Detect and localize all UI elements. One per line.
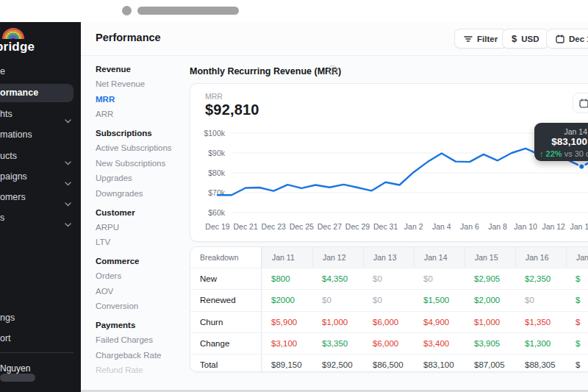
sidebar-item-label: mations [0,129,32,140]
app-logo[interactable]: bridge [0,26,81,60]
metrics-nav: RevenueNet RevenueMRRARRSubscriptionsAct… [96,65,185,385]
sidebar-item-label: s [0,213,4,223]
date-picker-button[interactable]: Dec 17 [546,29,588,49]
page-title: Performance [96,32,161,43]
filter-button[interactable]: Filter [454,29,507,49]
tooltip-delta: ↑ 22% vs 30 days [539,149,588,158]
metrics-nav-section: CustomerARPULTV [96,208,185,247]
sidebar-item[interactable]: omers [0,188,81,206]
table-header-date: Jan 14 [414,247,465,268]
sidebar-item[interactable]: mations [0,126,81,143]
metrics-nav-item[interactable]: Active Subscriptions [96,143,185,152]
table-cell: $3,350 [312,333,363,354]
filter-icon [464,35,473,43]
table-cell: $2,350 [515,268,566,289]
table-row[interactable]: Total$89,150$92,500$86,500$83,100$87,005… [190,354,588,372]
app-sidebar: bridge eormancehtsmationsuctspaignsomers… [0,22,81,392]
sidebar-item-label: e [0,66,5,76]
metric-label: MRR [205,92,223,101]
table-row[interactable]: Renewed$2000$0$0$1,500$2,000$0$ [190,289,588,310]
table-cell: $1,000 [465,312,515,332]
currency-button[interactable]: $ USD [502,29,549,49]
table-row-label: New [190,268,262,289]
table-cell: $0 [363,290,414,310]
table-cell: $4,900 [414,312,465,332]
chevron-down-icon [65,182,71,186]
chevron-down-icon [65,119,71,124]
arrow-up-icon: ↑ [539,149,544,158]
metrics-nav-item[interactable]: Net Revenue [96,79,185,88]
svg-text:$60k: $60k [208,208,226,217]
table-header-date: Jan 17 [566,247,588,268]
table-cell: $4,350 [312,268,363,289]
table-cell: $6,000 [363,333,414,354]
table-cell: $0 [312,290,363,310]
sidebar-item[interactable]: s [0,209,81,227]
metrics-nav-item[interactable]: Refund Rate [96,366,185,374]
metrics-nav-item[interactable]: ARR [96,110,185,118]
mrr-line-chart[interactable]: $100k$90k$80k$70k$60k [190,124,588,235]
table-cell: $ [566,354,588,372]
table-header-row: BreakdownJan 11Jan 12Jan 13Jan 14Jan 15J… [190,247,588,268]
table-cell: $2000 [262,290,312,310]
table-cell: $ [566,312,588,332]
metrics-nav-item[interactable]: Upgrades [96,174,185,182]
table-cell: $92,500 [312,354,363,372]
table-header-breakdown: Breakdown [190,247,262,268]
metrics-nav-item[interactable]: Chargeback Rate [96,351,185,360]
logo-text: bridge [0,40,35,54]
sidebar-item[interactable]: e [0,63,81,80]
table-cell: $1,350 [515,312,566,332]
table-row[interactable]: Churn$5,900$1,000$6,000$4,900$1,000$1,35… [190,311,588,332]
breakdown-table: BreakdownJan 11Jan 12Jan 13Jan 14Jan 15J… [190,246,588,372]
metrics-nav-item[interactable]: Downgrades [96,189,185,198]
svg-text:$90k: $90k [208,149,226,157]
metrics-nav-section: SubscriptionsActive SubscriptionsNew Sub… [96,129,185,198]
table-cell: $3,100 [262,333,312,354]
metrics-nav-item[interactable]: Failed Charges [96,335,185,344]
table-cell: $88,305 [515,354,566,372]
sidebar-footer-item[interactable]: ort [0,329,81,347]
sidebar-item[interactable]: ormance [0,84,74,102]
tooltip-date: Jan 14 [564,127,587,136]
metrics-nav-section-title: Subscriptions [96,129,185,138]
table-cell: $ [566,268,588,289]
table-row[interactable]: New$800$4,350$0$0$2,905$2,350$ [190,268,588,289]
table-cell: $5,900 [262,312,312,332]
section-title: Monthly Recurring Revenue (MRR) [190,66,341,76]
table-cell: $1,500 [414,290,465,310]
help-icon[interactable]: ? [328,65,337,75]
chevron-down-icon [65,161,71,165]
sidebar-footer-item[interactable]: ngs [0,309,81,327]
metrics-nav-item[interactable]: Conversion [96,302,185,310]
metrics-nav-item[interactable]: LTV [96,238,185,246]
card-date-button[interactable] [573,93,588,113]
metrics-nav-item[interactable]: MRR [96,95,185,104]
table-header-date: Jan 11 [262,247,312,268]
calendar-icon [556,35,564,43]
table-row-label: Change [190,333,262,354]
content-region: Performance Filter $ USD Dec 17 [81,22,588,392]
metrics-nav-section: PaymentsFailed ChargesChargeback RateRef… [96,321,185,374]
table-cell: $89,150 [262,354,312,372]
sidebar-item-label: hts [0,109,12,119]
filter-button-label: Filter [477,35,498,43]
metrics-nav-item[interactable]: AOV [96,287,185,296]
highlighted-data-point[interactable] [578,164,584,170]
sidebar-item[interactable]: paigns [0,168,81,185]
metrics-nav-item[interactable]: ARPU [96,223,185,232]
metrics-nav-item[interactable]: New Subscriptions [96,159,185,168]
sidebar-user-subtext-placeholder [0,374,35,382]
browser-tab-placeholder [137,7,239,15]
metric-value: $92,810 [205,101,259,118]
sidebar-item[interactable]: ucts [0,147,81,165]
table-cell: $83,100 [414,354,465,372]
metrics-nav-item[interactable]: Orders [96,271,185,280]
dollar-icon: $ [512,33,517,44]
sidebar-divider [0,352,74,353]
table-header-date: Jan 15 [465,247,515,268]
sidebar-item[interactable]: hts [0,105,81,123]
chart-x-axis: Dec 19Dec 21Dec 23Dec 25Dec 27Dec 29Dec … [190,222,588,232]
table-row[interactable]: Change$3,100$3,350$6,000$3,400$3,905$1,3… [190,332,588,354]
table-cell: $3,400 [414,333,465,354]
